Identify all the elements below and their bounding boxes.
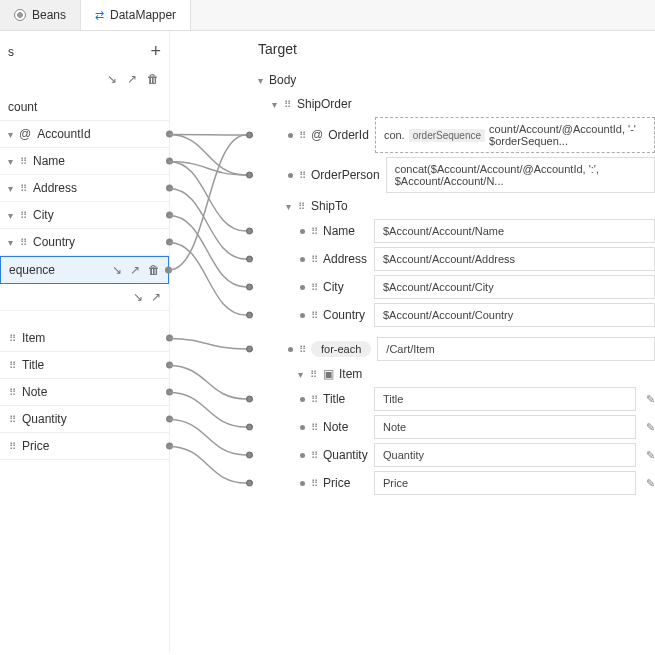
grip-icon	[8, 385, 16, 399]
expression-input[interactable]: Quantity	[374, 443, 636, 467]
expression-input[interactable]: Title	[374, 387, 636, 411]
target-row-orderid: @ OrderId con. orderSequence count/Accou…	[258, 117, 655, 153]
grip-icon	[297, 199, 305, 213]
main: s + ↘ ↗ 🗑 count ▾ @ AccountId ▾ Name ▾ A…	[0, 31, 655, 652]
expression-input[interactable]: $Account/Account/Name	[374, 219, 655, 243]
source-item-title[interactable]: Title	[0, 352, 169, 379]
input-port[interactable]	[246, 172, 253, 179]
bullet-icon	[300, 257, 305, 262]
body-label: Body	[269, 73, 296, 87]
chevron-down-icon: ▾	[8, 129, 13, 140]
input-port[interactable]	[246, 312, 253, 319]
expression-input[interactable]: con. orderSequence count/Account/@Accoun…	[375, 117, 655, 153]
input-port[interactable]	[246, 132, 253, 139]
grip-icon	[19, 154, 27, 168]
grip-icon	[310, 224, 318, 238]
target-row-address: Address $Account/Account/Address	[258, 247, 655, 271]
body-header[interactable]: ▾ Body	[258, 73, 655, 87]
input-port[interactable]	[246, 480, 253, 487]
list-item-label: Note	[22, 385, 47, 399]
field-name: Note	[323, 420, 348, 434]
input-port[interactable]	[246, 284, 253, 291]
source-item-note[interactable]: Note	[0, 379, 169, 406]
item-label: Item	[339, 367, 362, 381]
source-item-country[interactable]: ▾ Country	[0, 229, 169, 256]
input-port[interactable]	[246, 452, 253, 459]
target-row-foreach: for-each /Cart/Item	[258, 337, 655, 361]
input-port[interactable]	[246, 396, 253, 403]
source-item-blank[interactable]: ↘ ↗	[0, 284, 169, 311]
source-item-accountid[interactable]: ▾ @ AccountId	[0, 121, 169, 148]
expression-input[interactable]: Price	[374, 471, 636, 495]
source-item-quantity[interactable]: Quantity	[0, 406, 169, 433]
grip-icon	[310, 252, 318, 266]
tabs: Beans ⇄ DataMapper	[0, 0, 655, 31]
grip-icon	[310, 280, 318, 294]
collapse-in-icon[interactable]: ↘	[112, 263, 122, 277]
item-header[interactable]: ▾ ▣ Item	[258, 367, 655, 381]
pencil-icon[interactable]: ✎	[646, 449, 655, 462]
input-port[interactable]	[246, 256, 253, 263]
add-source-icon[interactable]: +	[150, 41, 161, 62]
bullet-icon	[300, 425, 305, 430]
autocomplete-hint: orderSequence	[409, 129, 485, 142]
input-port[interactable]	[246, 228, 253, 235]
source-item-address[interactable]: ▾ Address	[0, 175, 169, 202]
expand-out-icon[interactable]: ↗	[127, 72, 137, 86]
target-label: Address	[298, 252, 368, 266]
input-port[interactable]	[246, 424, 253, 431]
pencil-icon[interactable]: ✎	[646, 393, 655, 406]
expression-input[interactable]: Note	[374, 415, 636, 439]
target-row-title: Title Title ✎	[258, 387, 655, 411]
tab-beans[interactable]: Beans	[0, 0, 81, 30]
attribute-icon: @	[311, 128, 323, 142]
source-toolbar: ↘ ↗ 🗑	[0, 68, 169, 94]
bullet-icon	[300, 453, 305, 458]
expression-input[interactable]: $Account/Account/Address	[374, 247, 655, 271]
shiporder-label: ShipOrder	[297, 97, 352, 111]
target-row-country: Country $Account/Account/Country	[258, 303, 655, 327]
source-item-cart-item[interactable]: Item	[0, 325, 169, 352]
trash-icon[interactable]: 🗑	[148, 263, 160, 277]
grip-icon	[309, 367, 317, 381]
expression-input[interactable]: /Cart/Item	[377, 337, 655, 361]
item-toolbar: ↘ ↗ 🗑	[112, 263, 160, 277]
list-item-label: AccountId	[37, 127, 90, 141]
source-item-sequence[interactable]: equence ↘ ↗ 🗑	[0, 256, 169, 284]
chevron-down-icon: ▾	[272, 99, 277, 110]
source-item-name[interactable]: ▾ Name	[0, 148, 169, 175]
tab-datamapper[interactable]: ⇄ DataMapper	[81, 0, 191, 30]
grip-icon	[8, 412, 16, 426]
expression-input[interactable]: $Account/Account/Country	[374, 303, 655, 327]
source-item-count[interactable]: count	[0, 94, 169, 121]
bullet-icon	[288, 173, 293, 178]
chevron-down-icon: ▾	[8, 156, 13, 167]
shiporder-header[interactable]: ▾ ShipOrder	[258, 97, 655, 111]
grip-icon	[8, 358, 16, 372]
cube-icon: ▣	[323, 367, 333, 381]
target-label: for-each	[286, 341, 371, 357]
input-port[interactable]	[246, 346, 253, 353]
field-name: Quantity	[323, 448, 368, 462]
expression-input[interactable]: $Account/Account/City	[374, 275, 655, 299]
source-item-price[interactable]: Price	[0, 433, 169, 460]
pencil-icon[interactable]: ✎	[646, 477, 655, 490]
shipto-header[interactable]: ▾ ShipTo	[258, 199, 655, 213]
collapse-in-icon[interactable]: ↘	[107, 72, 117, 86]
pencil-icon[interactable]: ✎	[646, 421, 655, 434]
target-label: Quantity	[298, 448, 368, 462]
chevron-down-icon: ▾	[286, 201, 291, 212]
source-item-city[interactable]: ▾ City	[0, 202, 169, 229]
expand-out-icon[interactable]: ↗	[130, 263, 140, 277]
value: $Account/Account/Name	[383, 225, 504, 237]
expression-input[interactable]: concat($Account/Account/@AccountId, ':',…	[386, 157, 655, 193]
target-label: Country	[298, 308, 368, 322]
expand-out-icon[interactable]: ↗	[151, 290, 161, 304]
bullet-icon	[300, 285, 305, 290]
value: concat($Account/Account/@AccountId, ':',…	[395, 163, 646, 187]
trash-icon[interactable]: 🗑	[147, 72, 159, 86]
grip-icon	[310, 448, 318, 462]
field-name: Address	[323, 252, 367, 266]
target-label: City	[298, 280, 368, 294]
collapse-in-icon[interactable]: ↘	[133, 290, 143, 304]
